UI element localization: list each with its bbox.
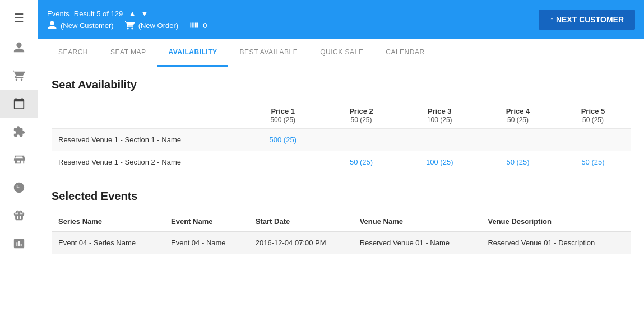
- clock-icon: [13, 181, 25, 194]
- cart-count: 0: [203, 21, 207, 30]
- price4-col-header: Price 4 50 (25): [480, 102, 555, 129]
- sidebar-item-person[interactable]: [0, 34, 38, 62]
- events-label: Events: [47, 10, 70, 18]
- section1-price2: [324, 129, 399, 151]
- tab-search[interactable]: SEARCH: [47, 39, 99, 67]
- tab-quick-sale[interactable]: QUICK SALE: [309, 39, 374, 67]
- section2-price2[interactable]: 50 (25): [324, 151, 399, 174]
- section1-price1-link[interactable]: 500 (25): [270, 136, 296, 144]
- section2-price4-link[interactable]: 50 (25): [506, 158, 529, 166]
- cart-icon: [13, 69, 25, 82]
- topbar-events-row: Events Result 5 of 129 ▲ ▼: [47, 9, 207, 18]
- tab-seat-map[interactable]: SEAT MAP: [99, 39, 157, 67]
- prev-arrow-button[interactable]: ▲: [127, 9, 137, 18]
- gift-icon: [13, 209, 25, 222]
- section2-price5[interactable]: 50 (25): [555, 151, 631, 174]
- topbar-info-row: (New Customer) (New Order) 0: [47, 20, 207, 30]
- section1-price5: [555, 129, 631, 151]
- customer-icon: [47, 20, 57, 30]
- event-series-name: Event 04 - Series Name: [52, 232, 164, 254]
- col-event-name: Event Name: [164, 212, 249, 232]
- col-series-name: Series Name: [52, 212, 164, 232]
- col-venue-desc: Venue Description: [481, 212, 631, 232]
- hamburger-menu[interactable]: ☰: [0, 6, 38, 34]
- table-row: Event 04 - Series Name Event 04 - Name 2…: [52, 232, 631, 254]
- event-venue-name: Reserved Venue 01 - Name: [353, 232, 481, 254]
- hamburger-icon: ☰: [14, 11, 24, 25]
- sidebar-item-puzzle[interactable]: [0, 118, 38, 146]
- price1-col-header: Price 1 500 (25): [242, 102, 324, 129]
- section2-price3-link[interactable]: 100 (25): [426, 158, 453, 166]
- cart-count-info: 0: [189, 20, 207, 30]
- topbar: Events Result 5 of 129 ▲ ▼ (New Customer…: [38, 0, 644, 39]
- section2-price3[interactable]: 100 (25): [399, 151, 481, 174]
- table-row: Reserved Venue 1 - Section 2 - Name 50 (…: [52, 151, 631, 174]
- sidebar-item-clock[interactable]: [0, 174, 38, 202]
- sidebar: ☰: [0, 0, 38, 313]
- section1-price3: [399, 129, 481, 151]
- order-info: (New Order): [125, 20, 179, 30]
- section-col-header: [52, 102, 242, 129]
- next-arrow-button[interactable]: ▼: [140, 9, 150, 18]
- tab-availability[interactable]: AVAILABILITY: [157, 39, 229, 67]
- section2-name: Reserved Venue 1 - Section 2 - Name: [52, 151, 242, 174]
- nav-tabs: SEARCH SEAT MAP AVAILABILITY BEST AVAILA…: [38, 39, 644, 67]
- section2-price4[interactable]: 50 (25): [480, 151, 555, 174]
- main-content: Events Result 5 of 129 ▲ ▼ (New Customer…: [38, 0, 644, 313]
- tab-best-available[interactable]: BEST AVAILABLE: [228, 39, 309, 67]
- event-name: Event 04 - Name: [164, 232, 249, 254]
- section1-price4: [480, 129, 555, 151]
- col-venue-name: Venue Name: [353, 212, 481, 232]
- price5-col-header: Price 5 50 (25): [555, 102, 631, 129]
- store-icon: [13, 153, 25, 166]
- section2-price1: [242, 151, 324, 174]
- sidebar-item-gift[interactable]: [0, 202, 38, 230]
- cart-topbar-icon: [125, 20, 135, 30]
- customer-info: (New Customer): [47, 20, 114, 30]
- customer-label: (New Customer): [61, 21, 114, 30]
- section1-price1[interactable]: 500 (25): [242, 129, 324, 151]
- sidebar-item-box[interactable]: [0, 230, 38, 258]
- topbar-left: Events Result 5 of 129 ▲ ▼ (New Customer…: [47, 9, 207, 30]
- sidebar-item-store[interactable]: [0, 146, 38, 174]
- nav-arrows: ▲ ▼: [127, 9, 150, 18]
- seat-availability-title: Seat Availability: [52, 78, 631, 91]
- barcode-icon: [189, 20, 200, 30]
- section2-price5-link[interactable]: 50 (25): [581, 158, 604, 166]
- event-venue-desc: Reserved Venue 01 - Description: [481, 232, 631, 254]
- selected-events-title: Selected Events: [52, 190, 631, 203]
- col-start-date: Start Date: [249, 212, 353, 232]
- seat-availability-section: Seat Availability Price 1 500 (25) Price…: [52, 78, 631, 173]
- puzzle-icon: [13, 125, 25, 138]
- price2-col-header: Price 2 50 (25): [324, 102, 399, 129]
- availability-table: Price 1 500 (25) Price 2 50 (25) Price 3…: [52, 102, 631, 173]
- calendar-icon: [13, 97, 25, 110]
- result-text: Result 5 of 129: [74, 10, 123, 18]
- box-icon: [13, 237, 25, 250]
- sidebar-item-calendar[interactable]: [0, 90, 38, 118]
- sidebar-item-cart[interactable]: [0, 62, 38, 90]
- person-icon: [13, 41, 25, 54]
- selected-events-section: Selected Events Series Name Event Name S…: [52, 190, 631, 254]
- table-row: Reserved Venue 1 - Section 1 - Name 500 …: [52, 129, 631, 151]
- section2-price2-link[interactable]: 50 (25): [350, 158, 373, 166]
- next-customer-button[interactable]: ↑ NEXT CUSTOMER: [539, 10, 635, 30]
- price3-col-header: Price 3 100 (25): [399, 102, 481, 129]
- event-start-date: 2016-12-04 07:00 PM: [249, 232, 353, 254]
- section1-name: Reserved Venue 1 - Section 1 - Name: [52, 129, 242, 151]
- events-table: Series Name Event Name Start Date Venue …: [52, 212, 631, 254]
- order-label: (New Order): [138, 21, 179, 30]
- content-area: Seat Availability Price 1 500 (25) Price…: [38, 67, 644, 313]
- tab-calendar[interactable]: CALENDAR: [374, 39, 435, 67]
